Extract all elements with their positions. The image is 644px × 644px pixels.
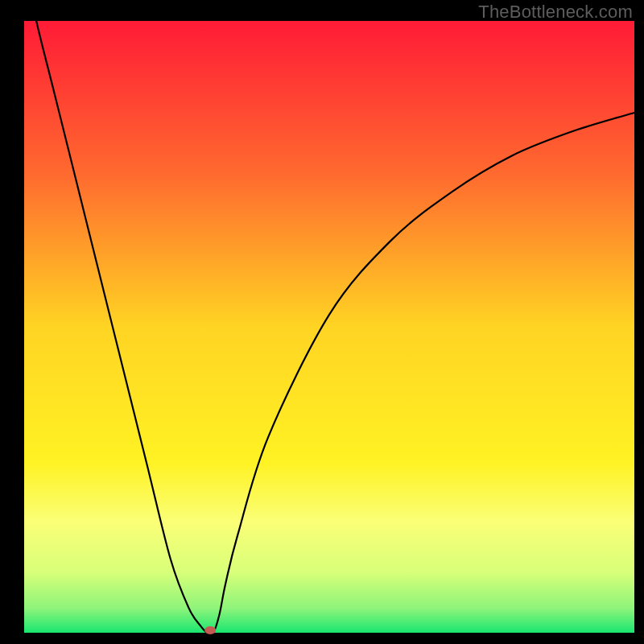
plot-background	[24, 21, 634, 633]
chart-svg	[0, 0, 644, 644]
chart-frame: TheBottleneck.com	[0, 0, 644, 644]
watermark-text: TheBottleneck.com	[478, 2, 633, 23]
min-marker	[204, 626, 216, 634]
